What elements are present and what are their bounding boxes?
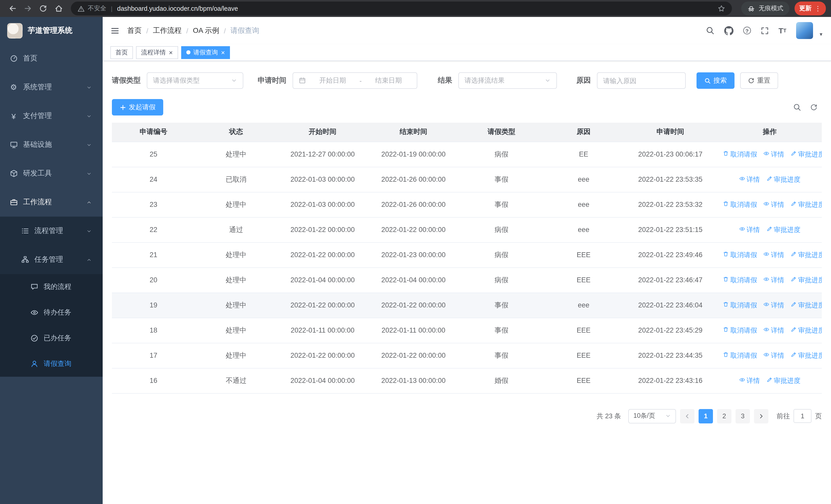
approval-progress-link-label: 审批进度 — [798, 275, 822, 285]
cell-leave-type: 事假 — [459, 293, 544, 318]
tab-item[interactable]: 流程详情× — [136, 46, 178, 59]
reset-button[interactable]: 重置 — [740, 72, 778, 89]
sidebar-item[interactable]: ⚙系统管理 — [0, 73, 103, 101]
approval-progress-link[interactable]: 审批进度 — [766, 225, 800, 234]
sidebar-item[interactable]: 流程管理 — [0, 216, 103, 245]
result-select[interactable]: 请选择流结果 — [458, 72, 557, 89]
breadcrumb-item[interactable]: OA 示例 — [193, 26, 220, 35]
approval-progress-link[interactable]: 审批进度 — [791, 275, 822, 285]
goto-page-input[interactable] — [794, 409, 811, 423]
approval-progress-link[interactable]: 审批进度 — [766, 376, 800, 385]
cell-apply-time: 2022-01-22 23:45:29 — [623, 318, 718, 343]
page-size-select[interactable]: 10条/页 — [628, 409, 676, 423]
apply-time-range-picker[interactable]: 开始日期 - 结束日期 — [292, 72, 417, 89]
leave-type-select[interactable]: 请选择请假类型 — [147, 72, 243, 89]
address-bar[interactable]: 不安全 | dashboard.yudao.iocoder.cn/bpm/oa/… — [71, 2, 732, 16]
cancel-leave-link[interactable]: 取消请假 — [723, 275, 757, 285]
sidebar-item[interactable]: 任务管理 — [0, 245, 103, 274]
detail-link[interactable]: 详情 — [763, 275, 784, 285]
table-refresh-icon[interactable] — [810, 103, 818, 111]
breadcrumb-item[interactable]: 工作流程 — [153, 26, 182, 35]
collapse-menu-icon[interactable] — [110, 26, 120, 35]
page-button[interactable]: 2 — [717, 409, 732, 423]
reload-icon[interactable] — [36, 1, 50, 16]
cancel-leave-link[interactable]: 取消请假 — [723, 300, 757, 310]
total-count: 共 23 条 — [597, 411, 621, 421]
approval-progress-link[interactable]: 审批进度 — [791, 250, 822, 260]
detail-link[interactable]: 详情 — [763, 326, 784, 335]
detail-link[interactable]: 详情 — [763, 250, 784, 260]
cancel-leave-link[interactable]: 取消请假 — [723, 351, 757, 360]
reason-input[interactable] — [597, 72, 686, 89]
cell-end-time: 2022-01-22 00:00:00 — [368, 217, 459, 242]
update-label: 更新 — [799, 4, 811, 13]
page-button[interactable]: 3 — [736, 409, 750, 423]
cell-status: 处理中 — [195, 192, 277, 217]
detail-link-label: 详情 — [747, 175, 760, 184]
create-leave-button[interactable]: 发起请假 — [112, 99, 163, 116]
detail-link[interactable]: 详情 — [739, 376, 760, 385]
approval-progress-link[interactable]: 审批进度 — [791, 300, 822, 310]
sidebar-item-label: 基础设施 — [23, 140, 52, 149]
approval-progress-link[interactable]: 审批进度 — [791, 150, 822, 159]
approval-progress-link[interactable]: 审批进度 — [766, 175, 800, 184]
approval-progress-link[interactable]: 审批进度 — [791, 351, 822, 360]
cell-leave-type: 病假 — [459, 267, 544, 293]
approval-progress-link-label: 审批进度 — [798, 250, 822, 260]
tab-item[interactable]: 首页 — [110, 46, 133, 59]
detail-link[interactable]: 详情 — [763, 150, 784, 159]
cancel-leave-link[interactable]: 取消请假 — [723, 200, 757, 209]
page-button[interactable]: 1 — [698, 409, 713, 423]
bookmark-star-icon[interactable] — [718, 5, 725, 12]
search-icon[interactable] — [706, 26, 715, 35]
approval-progress-link[interactable]: 审批进度 — [791, 200, 822, 209]
chevron-down-icon — [85, 84, 93, 90]
cancel-leave-link[interactable]: 取消请假 — [723, 150, 757, 159]
cell-id: 25 — [112, 142, 195, 167]
detail-link[interactable]: 详情 — [739, 225, 760, 234]
caret-down-icon[interactable]: ▼ — [819, 32, 823, 39]
search-button[interactable]: 搜索 — [696, 72, 735, 89]
security-status[interactable]: 不安全 — [78, 4, 106, 13]
main-header: 首页/工作流程/OA 示例/请假查询 ? TT ▼ — [103, 17, 831, 44]
font-size-icon[interactable]: TT — [779, 27, 786, 34]
sidebar-item[interactable]: 基础设施 — [0, 130, 103, 159]
back-icon[interactable] — [5, 1, 20, 16]
sidebar-item[interactable]: 待办任务 — [0, 300, 103, 325]
table-search-icon[interactable] — [793, 103, 801, 111]
help-icon[interactable]: ? — [743, 27, 751, 34]
cancel-leave-link[interactable]: 取消请假 — [723, 326, 757, 335]
user-avatar[interactable] — [796, 22, 813, 39]
home-icon[interactable] — [51, 1, 66, 16]
browser-update-button[interactable]: 更新 ⋮ — [795, 2, 826, 16]
github-icon[interactable] — [724, 26, 734, 35]
close-icon[interactable]: × — [221, 49, 225, 56]
sidebar-item[interactable]: 研发工具 — [0, 159, 103, 188]
detail-link[interactable]: 详情 — [739, 175, 760, 184]
sidebar-item[interactable]: ¥支付管理 — [0, 101, 103, 130]
fullscreen-icon[interactable] — [761, 26, 769, 35]
approval-progress-link[interactable]: 审批进度 — [791, 326, 822, 335]
sidebar-item-label: 已办任务 — [44, 334, 71, 343]
sidebar-item[interactable]: 首页 — [0, 44, 103, 73]
prev-page-button[interactable] — [680, 409, 694, 423]
sidebar-item[interactable]: 我的流程 — [0, 274, 103, 300]
forward-icon[interactable] — [21, 1, 35, 16]
tab-active[interactable]: 请假查询× — [181, 46, 230, 59]
table-row: 18处理中2022-01-11 00:00:002022-01-11 00:00… — [112, 318, 822, 343]
breadcrumb-item[interactable]: 首页 — [127, 26, 142, 35]
next-page-button[interactable] — [754, 409, 768, 423]
edit-icon — [791, 301, 797, 309]
sidebar-item[interactable]: 已办任务 — [0, 325, 103, 351]
detail-link[interactable]: 详情 — [763, 351, 784, 360]
browser-chrome: 不安全 | dashboard.yudao.iocoder.cn/bpm/oa/… — [0, 0, 831, 17]
cell-status: 处理中 — [195, 343, 277, 368]
cell-actions: 取消请假详情审批进度 — [718, 293, 822, 318]
filter-bar: 请假类型 请选择请假类型 申请时间 开始日期 - 结 — [112, 72, 822, 89]
close-icon[interactable]: × — [169, 49, 173, 56]
cancel-leave-link[interactable]: 取消请假 — [723, 250, 757, 260]
sidebar-item[interactable]: 工作流程 — [0, 188, 103, 216]
sidebar-item[interactable]: 请假查询 — [0, 351, 103, 377]
detail-link[interactable]: 详情 — [763, 200, 784, 209]
detail-link[interactable]: 详情 — [763, 300, 784, 310]
